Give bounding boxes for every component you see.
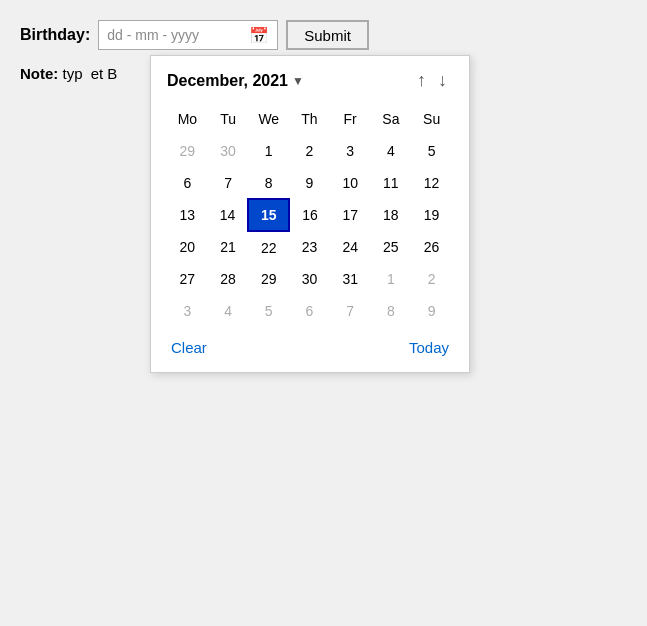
month-dropdown-icon: ▼ [292,74,304,88]
next-month-button[interactable]: ↓ [432,68,453,93]
calendar-week-row: 272829303112 [167,263,452,295]
weekday-header: Th [289,107,330,135]
note-text: typ [63,65,83,82]
calendar-day[interactable]: 5 [248,295,289,327]
calendar-day[interactable]: 11 [371,167,412,199]
calendar-day[interactable]: 30 [208,135,249,167]
calendar-day[interactable]: 29 [167,135,208,167]
calendar-day[interactable]: 4 [371,135,412,167]
prev-month-button[interactable]: ↑ [411,68,432,93]
calendar-day[interactable]: 5 [411,135,452,167]
calendar-icon[interactable]: 📅 [249,26,269,45]
calendar-day[interactable]: 12 [411,167,452,199]
calendar-day[interactable]: 9 [411,295,452,327]
calendar-day[interactable]: 31 [330,263,371,295]
calendar-header: December, 2021 ▼ ↑ ↓ [167,68,453,93]
weekday-header: Tu [208,107,249,135]
note-label: Note: [20,65,58,82]
calendar-day[interactable]: 21 [208,231,249,263]
calendar-day[interactable]: 6 [289,295,330,327]
month-year-label: December, 2021 [167,72,288,90]
birthday-label: Birthday: [20,26,90,44]
calendar-day[interactable]: 22 [248,231,289,263]
calendar-weekdays-row: MoTuWeThFrSaSu [167,107,452,135]
weekday-header: Sa [371,107,412,135]
calendar-days-body: 2930123456789101112131415161718192021222… [167,135,452,327]
calendar-week-row: 3456789 [167,295,452,327]
calendar-day[interactable]: 10 [330,167,371,199]
calendar-week-row: 293012345 [167,135,452,167]
calendar-day[interactable]: 30 [289,263,330,295]
calendar-day[interactable]: 1 [248,135,289,167]
calendar-day[interactable]: 1 [371,263,412,295]
calendar-day[interactable]: 28 [208,263,249,295]
weekday-header: Su [411,107,452,135]
calendar-day[interactable]: 6 [167,167,208,199]
calendar-day[interactable]: 3 [330,135,371,167]
date-input-text: dd - mm - yyyy [107,27,249,43]
calendar-day[interactable]: 20 [167,231,208,263]
calendar-day[interactable]: 3 [167,295,208,327]
calendar-day[interactable]: 8 [371,295,412,327]
calendar-day[interactable]: 25 [371,231,412,263]
calendar-week-row: 20212223242526 [167,231,452,263]
calendar-week-row: 6789101112 [167,167,452,199]
calendar-footer: Clear Today [167,339,453,356]
clear-button[interactable]: Clear [171,339,207,356]
date-input[interactable]: dd - mm - yyyy 📅 [98,20,278,50]
weekday-header: Mo [167,107,208,135]
calendar-grid: MoTuWeThFrSaSu 2930123456789101112131415… [167,107,453,327]
calendar-popup: December, 2021 ▼ ↑ ↓ MoTuWeThFrSaSu 2930… [150,55,470,373]
calendar-day[interactable]: 26 [411,231,452,263]
calendar-day[interactable]: 19 [411,199,452,231]
calendar-day[interactable]: 7 [330,295,371,327]
calendar-week-row: 13141516171819 [167,199,452,231]
calendar-day[interactable]: 2 [411,263,452,295]
calendar-day[interactable]: 7 [208,167,249,199]
calendar-day[interactable]: 16 [289,199,330,231]
calendar-day[interactable]: 9 [289,167,330,199]
calendar-day[interactable]: 24 [330,231,371,263]
weekday-header: We [248,107,289,135]
calendar-day[interactable]: 15 [248,199,289,231]
calendar-day[interactable]: 29 [248,263,289,295]
calendar-title[interactable]: December, 2021 ▼ [167,72,411,90]
weekday-header: Fr [330,107,371,135]
calendar-day[interactable]: 23 [289,231,330,263]
note-line: Note: typ et B [20,65,117,82]
calendar-day[interactable]: 8 [248,167,289,199]
calendar-day[interactable]: 18 [371,199,412,231]
calendar-day[interactable]: 14 [208,199,249,231]
calendar-day[interactable]: 4 [208,295,249,327]
calendar-day[interactable]: 13 [167,199,208,231]
calendar-day[interactable]: 2 [289,135,330,167]
note-suffix: et B [91,65,118,82]
submit-button[interactable]: Submit [286,20,369,50]
calendar-day[interactable]: 27 [167,263,208,295]
today-button[interactable]: Today [409,339,449,356]
calendar-day[interactable]: 17 [330,199,371,231]
